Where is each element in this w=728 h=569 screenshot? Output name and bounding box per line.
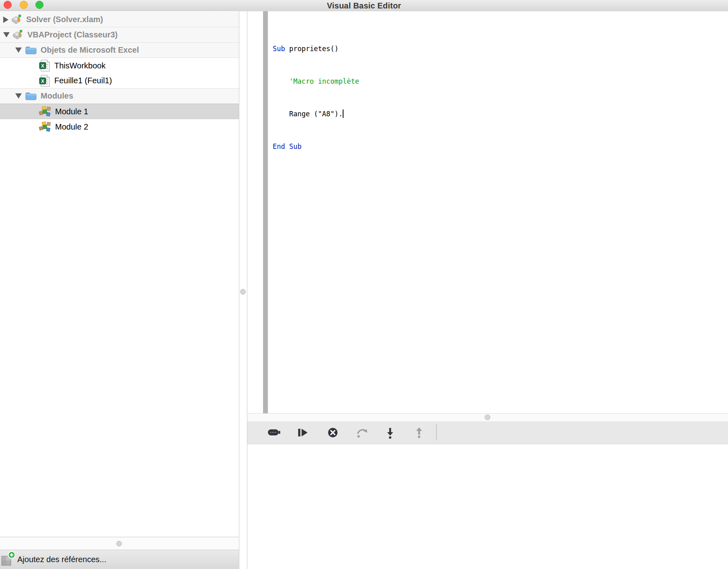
project-explorer: Solver (Solver.xlam) VBAProject (Classeu…: [0, 11, 239, 537]
sidebar-item-label: Modules: [41, 91, 73, 101]
stop-reset-button[interactable]: [326, 425, 340, 440]
breakpoint-pill-icon: [267, 425, 282, 440]
run-step-button[interactable]: [296, 425, 310, 440]
vertical-splitter[interactable]: [239, 11, 247, 569]
immediate-pane[interactable]: [247, 444, 728, 569]
sidebar-item-thisworkbook[interactable]: X ThisWorkbook: [0, 58, 239, 73]
step-over-icon: [355, 425, 369, 440]
debug-toolbar: [247, 421, 728, 444]
excel-workbook-icon: X: [39, 59, 51, 72]
zoom-button[interactable]: [35, 1, 43, 9]
toggle-breakpoint-button[interactable]: [267, 425, 282, 440]
disclosure-expanded-icon[interactable]: [3, 32, 10, 37]
toolbar-separator: [436, 424, 437, 440]
disclosure-collapsed-icon[interactable]: [3, 16, 8, 23]
code-editor-pane[interactable]: Sub proprietes() 'Macro incomplète Range…: [247, 11, 728, 413]
add-references-icon: [1, 551, 15, 569]
module-icon: [39, 106, 51, 117]
text-caret: [343, 109, 343, 118]
vba-project-icon: [12, 29, 24, 41]
svg-text:X: X: [41, 78, 44, 84]
sidebar-item-label: Module 2: [55, 122, 88, 132]
sidebar-item-label: Feuille1 (Feuil1): [54, 76, 112, 85]
disclosure-expanded-icon[interactable]: [15, 93, 22, 99]
folder-icon: [25, 91, 37, 101]
sidebar-item-excel-objects[interactable]: Objets de Microsoft Excel: [0, 43, 239, 58]
sidebar-item-label: Solver (Solver.xlam): [26, 15, 103, 24]
horizontal-splitter[interactable]: [247, 413, 728, 422]
splitter-handle[interactable]: [485, 414, 490, 420]
sidebar-item-vbaproject[interactable]: VBAProject (Classeur3): [0, 27, 239, 43]
step-into-icon: [383, 425, 397, 440]
sidebar-item-label: Objets de Microsoft Excel: [41, 45, 139, 55]
sidebar-item-solver[interactable]: Solver (Solver.xlam): [0, 12, 239, 27]
sidebar-bottom-splitter[interactable]: [0, 537, 239, 550]
vbe-window: Visual Basic Editor Solver (Solver.xlam): [0, 0, 728, 569]
step-over-button[interactable]: [355, 425, 369, 440]
code-line-4: End Sub: [273, 141, 359, 152]
sidebar-item-module2[interactable]: Module 2: [0, 119, 239, 134]
vba-project-icon: [10, 14, 23, 25]
title-bar: Visual Basic Editor: [0, 0, 728, 12]
sidebar-item-feuille1[interactable]: X Feuille1 (Feuil1): [0, 73, 239, 89]
sidebar-item-label: ThisWorkbook: [54, 61, 105, 70]
minimize-button[interactable]: [20, 1, 28, 9]
splitter-handle[interactable]: [116, 541, 122, 546]
code-line-2: 'Macro incomplète: [273, 76, 359, 87]
code-line-1: Sub proprietes(): [273, 43, 359, 54]
code-text[interactable]: Sub proprietes() 'Macro incomplète Range…: [273, 22, 359, 174]
margin-indicator-bar: [263, 11, 268, 413]
code-line-3: Range ("A8").: [273, 109, 359, 120]
run-step-icon: [296, 425, 310, 440]
splitter-handle[interactable]: [240, 289, 246, 295]
excel-sheet-icon: X: [39, 74, 51, 87]
module-icon: [39, 121, 51, 132]
close-button[interactable]: [4, 1, 12, 9]
sidebar-item-modules[interactable]: Modules: [0, 89, 239, 104]
stop-reset-icon: [326, 425, 340, 440]
svg-text:X: X: [41, 63, 44, 69]
add-references-button[interactable]: Ajoutez des références...: [17, 555, 106, 564]
folder-icon: [25, 45, 37, 55]
sidebar-item-module1[interactable]: Module 1: [0, 104, 239, 119]
step-out-button[interactable]: [412, 425, 426, 440]
step-out-icon: [412, 425, 426, 440]
step-into-button[interactable]: [383, 425, 397, 440]
references-footer: Ajoutez des références...: [0, 550, 239, 569]
window-title: Visual Basic Editor: [327, 1, 401, 10]
disclosure-expanded-icon[interactable]: [15, 47, 22, 53]
sidebar-item-label: VBAProject (Classeur3): [27, 30, 118, 39]
sidebar-item-label: Module 1: [55, 107, 88, 116]
